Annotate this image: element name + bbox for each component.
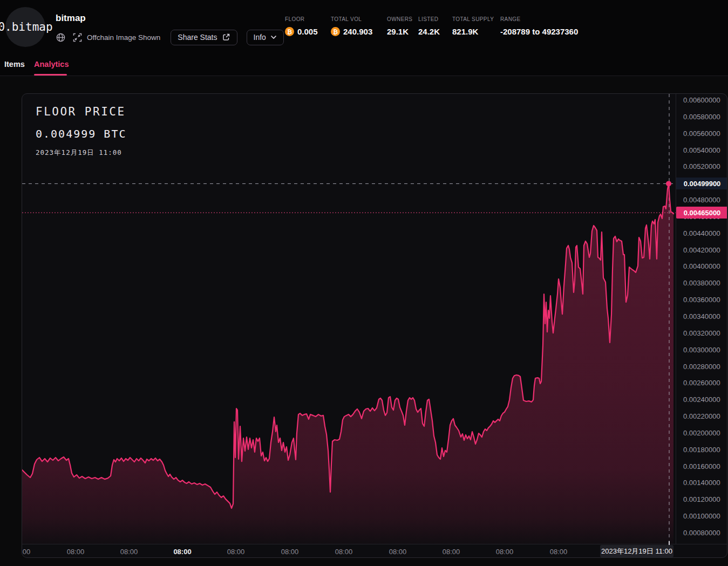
stat-range: RANGE -208789 to 49237360 bbox=[500, 16, 578, 36]
y-axis-tick: 0.00240000 bbox=[683, 395, 720, 404]
x-axis-tick: 08:00 bbox=[281, 548, 299, 556]
stat-floor-value: 0.005 bbox=[297, 27, 318, 36]
stat-total-supply: TOTAL SUPPLY 821.9K bbox=[452, 16, 494, 36]
chart-title: FLOOR PRICE bbox=[36, 105, 127, 118]
x-axis-tick: 08:00 bbox=[335, 548, 353, 556]
collection-avatar: 0.bitmap bbox=[5, 7, 45, 47]
x-axis-tick: 08:00 bbox=[496, 548, 514, 556]
x-axis-tick: 08:00 bbox=[120, 548, 138, 556]
stat-owners: OWNERS 29.1K bbox=[387, 16, 412, 36]
crosshair-axis-tick bbox=[669, 541, 670, 545]
share-stats-label: Share Stats bbox=[178, 33, 217, 42]
crosshair-date-tooltip: 2023年12月19日 11:00 bbox=[600, 545, 673, 557]
info-label: Info bbox=[254, 33, 266, 42]
y-axis-tick: 0.00440000 bbox=[683, 229, 720, 238]
x-axis-tick: 08:00 bbox=[389, 548, 407, 556]
y-axis-tick: 0.00560000 bbox=[683, 129, 720, 138]
y-axis-tick: 0.00320000 bbox=[683, 329, 720, 338]
chart-price-value: 0.004999 BTC bbox=[36, 127, 127, 140]
stat-range-label: RANGE bbox=[500, 16, 578, 22]
stat-listed-label: LISTED bbox=[418, 16, 440, 22]
y-axis-separator bbox=[676, 94, 676, 544]
chevron-down-icon bbox=[270, 35, 277, 39]
y-axis-tick: 0.00480000 bbox=[683, 196, 720, 204]
page: 0.bitmap bitmap Offchain Image Shown Sha… bbox=[0, 0, 728, 566]
y-axis-tick: 0.00160000 bbox=[683, 462, 720, 471]
y-axis-tick: 0.00260000 bbox=[683, 379, 720, 387]
collection-meta-row: Offchain Image Shown Share Stats Info bbox=[56, 29, 284, 45]
avatar-text: 0.bitmap bbox=[0, 21, 53, 33]
x-axis-tick: 08:00 bbox=[443, 548, 460, 556]
stat-total-supply-label: TOTAL SUPPLY bbox=[452, 16, 494, 22]
tab-items[interactable]: Items bbox=[4, 60, 25, 69]
y-axis-tick: 0.00580000 bbox=[683, 113, 720, 121]
y-axis-tick: 0.00100000 bbox=[683, 512, 720, 521]
y-axis-tick: 0.00600000 bbox=[683, 96, 720, 105]
y-axis-tick: 0.00540000 bbox=[683, 146, 720, 155]
x-axis-tick: 08:00 bbox=[67, 548, 85, 556]
offchain-image-label: Offchain Image Shown bbox=[87, 33, 160, 42]
share-export-icon bbox=[222, 33, 230, 42]
y-axis-tick: 0.00120000 bbox=[683, 495, 720, 504]
y-axis-tick: 0.00420000 bbox=[683, 246, 720, 255]
stat-owners-value: 29.1K bbox=[387, 27, 409, 36]
offchain-image-icon bbox=[73, 33, 82, 42]
y-axis-tick: 0.00340000 bbox=[683, 312, 720, 321]
collection-header: 0.bitmap bitmap Offchain Image Shown Sha… bbox=[0, 0, 728, 76]
chart-datetime: 2023年12月19日 11:00 bbox=[36, 148, 127, 158]
last-price-label: 0.00465000 bbox=[676, 207, 727, 219]
floor-price-chart[interactable] bbox=[22, 94, 676, 544]
bitcoin-icon: ₿ bbox=[331, 27, 340, 36]
x-axis-tick: 08:00 bbox=[550, 548, 568, 556]
stat-listed: LISTED 24.2K bbox=[418, 16, 440, 36]
x-axis-tick: 08:00 bbox=[173, 548, 191, 556]
globe-icon[interactable] bbox=[56, 32, 66, 43]
collection-title: bitmap bbox=[56, 13, 86, 24]
stat-total-vol-label: TOTAL VOL bbox=[331, 16, 372, 22]
y-axis-tick: 0.00080000 bbox=[683, 529, 720, 537]
price-area-fill bbox=[22, 183, 673, 544]
chart-header: FLOOR PRICE 0.004999 BTC 2023年12月19日 11:… bbox=[36, 105, 127, 158]
info-button[interactable]: Info bbox=[247, 30, 284, 45]
bitcoin-icon: ₿ bbox=[285, 27, 294, 36]
y-axis-tick: 0.00520000 bbox=[683, 162, 720, 171]
y-axis-tick: 0.00360000 bbox=[683, 296, 720, 304]
stat-listed-value: 24.2K bbox=[418, 27, 440, 36]
share-stats-button[interactable]: Share Stats bbox=[171, 30, 237, 45]
y-axis-tick: 0.00300000 bbox=[683, 346, 720, 354]
stat-floor: FLOOR ₿0.005 bbox=[285, 16, 318, 36]
tab-analytics[interactable]: Analytics bbox=[34, 60, 69, 69]
peak-point-marker bbox=[666, 181, 671, 186]
x-axis-tick: 08:00 bbox=[22, 548, 30, 556]
x-axis-tick: 08:00 bbox=[227, 548, 245, 556]
x-axis-separator bbox=[22, 544, 727, 544]
y-axis-tick: 0.00180000 bbox=[683, 446, 720, 454]
stat-floor-label: FLOOR bbox=[285, 16, 318, 22]
stat-total-supply-value: 821.9K bbox=[452, 27, 478, 36]
stat-total-vol: TOTAL VOL ₿240.903 bbox=[331, 16, 372, 36]
y-axis-tick: 0.00280000 bbox=[683, 363, 720, 371]
y-axis-tick: 0.00400000 bbox=[683, 262, 720, 271]
y-axis-tick: 0.00220000 bbox=[683, 412, 720, 421]
y-axis-tick: 0.00200000 bbox=[683, 429, 720, 438]
stat-owners-label: OWNERS bbox=[387, 16, 412, 22]
y-axis-tick: 0.00380000 bbox=[683, 279, 720, 288]
stat-range-value: -208789 to 49237360 bbox=[500, 27, 578, 36]
stat-total-vol-value: 240.903 bbox=[343, 27, 372, 36]
floor-price-chart-card: FLOOR PRICE 0.004999 BTC 2023年12月19日 11:… bbox=[22, 93, 727, 558]
crosshair-price-label: 0.00499900 bbox=[676, 178, 727, 189]
y-axis-tick: 0.00140000 bbox=[683, 479, 720, 487]
